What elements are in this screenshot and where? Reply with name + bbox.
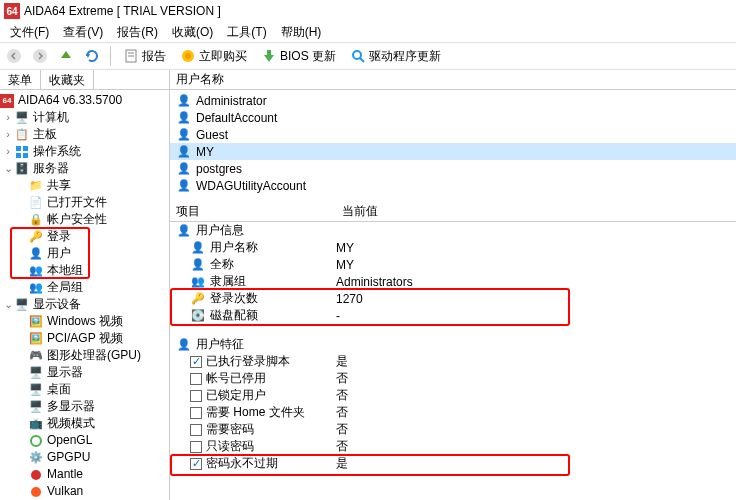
- menu-help[interactable]: 帮助(H): [275, 22, 328, 43]
- tree-videomode[interactable]: 📺视频模式: [0, 415, 169, 432]
- user-icon: 👤: [176, 178, 192, 194]
- row-group[interactable]: 👥隶属组Administrators: [170, 273, 736, 290]
- tree-gpgpu[interactable]: ⚙️GPGPU: [0, 449, 169, 466]
- menubar: 文件(F) 查看(V) 报告(R) 收藏(O) 工具(T) 帮助(H): [0, 22, 736, 42]
- user-row-selected[interactable]: 👤MY: [170, 143, 736, 160]
- checkbox-icon: [190, 373, 202, 385]
- menu-fav[interactable]: 收藏(O): [166, 22, 219, 43]
- section-userinfo[interactable]: 👤用户信息: [170, 222, 736, 239]
- menu-tools[interactable]: 工具(T): [221, 22, 272, 43]
- tree-gpu[interactable]: 🎮图形处理器(GPU): [0, 347, 169, 364]
- user-list: 👤Administrator 👤DefaultAccount 👤Guest 👤M…: [170, 90, 736, 196]
- row-fullname[interactable]: 👤全称MY: [170, 256, 736, 273]
- row-ropw[interactable]: 只读密码否: [170, 438, 736, 455]
- user-icon: 👤: [176, 110, 192, 126]
- tree-winvideo[interactable]: 🖼️Windows 视频: [0, 313, 169, 330]
- svg-rect-13: [23, 146, 28, 151]
- user-row[interactable]: 👤DefaultAccount: [170, 109, 736, 126]
- svg-point-18: [31, 487, 41, 497]
- share-icon: 📁: [28, 178, 44, 194]
- multimon-icon: 🖥️: [28, 399, 44, 415]
- videomode-icon: 📺: [28, 416, 44, 432]
- row-needpw[interactable]: 需要密码否: [170, 421, 736, 438]
- tree-vulkan[interactable]: Vulkan: [0, 483, 169, 500]
- refresh-icon[interactable]: [82, 46, 102, 66]
- user-row[interactable]: 👤Administrator: [170, 92, 736, 109]
- section-userflags[interactable]: 👤用户特征: [170, 336, 736, 353]
- row-locked[interactable]: 已锁定用户否: [170, 387, 736, 404]
- menu-report[interactable]: 报告(R): [111, 22, 164, 43]
- menu-view[interactable]: 查看(V): [57, 22, 109, 43]
- tab-fav[interactable]: 收藏夹: [41, 70, 94, 89]
- col-username[interactable]: 用户名称: [170, 70, 736, 90]
- tree-openfiles[interactable]: 📄已打开文件: [0, 194, 169, 211]
- svg-marker-9: [264, 50, 274, 62]
- row-homedir[interactable]: 需要 Home 文件夹否: [170, 404, 736, 421]
- tree-pcivideo[interactable]: 🖼️PCI/AGP 视频: [0, 330, 169, 347]
- buy-button[interactable]: 立即购买: [176, 46, 251, 67]
- row-username[interactable]: 👤用户名称MY: [170, 239, 736, 256]
- user-list-header: 用户名称: [170, 70, 736, 90]
- forward-icon[interactable]: [30, 46, 50, 66]
- desktop-icon: 🖥️: [28, 382, 44, 398]
- disk-icon: 💽: [190, 308, 206, 324]
- opengl-icon: [28, 433, 44, 449]
- col-value[interactable]: 当前值: [336, 201, 736, 222]
- tree-globalgroups[interactable]: 👥全局组: [0, 279, 169, 296]
- row-logins[interactable]: 🔑登录次数1270: [170, 290, 736, 307]
- checkbox-checked-icon: ✓: [190, 356, 202, 368]
- menu-file[interactable]: 文件(F): [4, 22, 55, 43]
- openfiles-icon: 📄: [28, 195, 44, 211]
- row-script[interactable]: ✓已执行登录脚本是: [170, 353, 736, 370]
- user-row[interactable]: 👤WDAGUtilityAccount: [170, 177, 736, 194]
- tree-localgroups[interactable]: 👥本地组: [0, 262, 169, 279]
- tree-opengl[interactable]: OpenGL: [0, 432, 169, 449]
- logon-icon: 🔑: [190, 291, 206, 307]
- bios-update-button[interactable]: BIOS 更新: [257, 46, 340, 67]
- row-pwnever[interactable]: ✓密码永不过期是: [170, 455, 736, 472]
- back-icon[interactable]: [4, 46, 24, 66]
- tree-users[interactable]: 👤用户: [0, 245, 169, 262]
- tree-computer[interactable]: ›🖥️计算机: [0, 109, 169, 126]
- mantle-icon: [28, 467, 44, 483]
- tree-multimon[interactable]: 🖥️多显示器: [0, 398, 169, 415]
- col-field[interactable]: 项目: [170, 201, 336, 222]
- tree-desktop[interactable]: 🖥️桌面: [0, 381, 169, 398]
- user-icon: 👤: [176, 337, 192, 353]
- svg-point-8: [185, 53, 191, 59]
- tree[interactable]: 64AIDA64 v6.33.5700 ›🖥️计算机 ›📋主板 ›操作系统 ⌄🗄…: [0, 90, 169, 500]
- tree-acctsec[interactable]: 🔒帐户安全性: [0, 211, 169, 228]
- user-icon: 👤: [176, 127, 192, 143]
- svg-point-1: [33, 49, 47, 63]
- tree-monitor[interactable]: 🖥️显示器: [0, 364, 169, 381]
- checkbox-icon: [190, 441, 202, 453]
- tree-logon[interactable]: 🔑登录: [0, 228, 169, 245]
- row-disabled[interactable]: 帐号已停用否: [170, 370, 736, 387]
- user-row[interactable]: 👤Guest: [170, 126, 736, 143]
- right-panel: 用户名称 👤Administrator 👤DefaultAccount 👤Gue…: [170, 70, 736, 500]
- user-icon: 👤: [190, 240, 206, 256]
- report-button[interactable]: 报告: [119, 46, 170, 67]
- row-quota[interactable]: 💽磁盘配额-: [170, 307, 736, 324]
- up-icon[interactable]: [56, 46, 76, 66]
- tree-server[interactable]: ⌄🗄️服务器: [0, 160, 169, 177]
- user-icon: 👤: [176, 223, 192, 239]
- tree-display[interactable]: ⌄🖥️显示设备: [0, 296, 169, 313]
- tree-root[interactable]: 64AIDA64 v6.33.5700: [0, 92, 169, 109]
- driver-update-button[interactable]: 驱动程序更新: [346, 46, 445, 67]
- left-tabs: 菜单 收藏夹: [0, 70, 169, 90]
- user-icon: 👤: [190, 257, 206, 273]
- svg-line-11: [360, 58, 364, 62]
- svg-marker-2: [61, 51, 71, 58]
- winvideo-icon: 🖼️: [28, 314, 44, 330]
- svg-rect-12: [16, 146, 21, 151]
- checkbox-icon: [190, 407, 202, 419]
- tree-mantle[interactable]: Mantle: [0, 466, 169, 483]
- svg-point-10: [353, 51, 361, 59]
- user-row[interactable]: 👤postgres: [170, 160, 736, 177]
- group-icon: 👥: [190, 274, 206, 290]
- tree-os[interactable]: ›操作系统: [0, 143, 169, 160]
- tree-motherboard[interactable]: ›📋主板: [0, 126, 169, 143]
- tree-share[interactable]: 📁共享: [0, 177, 169, 194]
- tab-menu[interactable]: 菜单: [0, 70, 41, 89]
